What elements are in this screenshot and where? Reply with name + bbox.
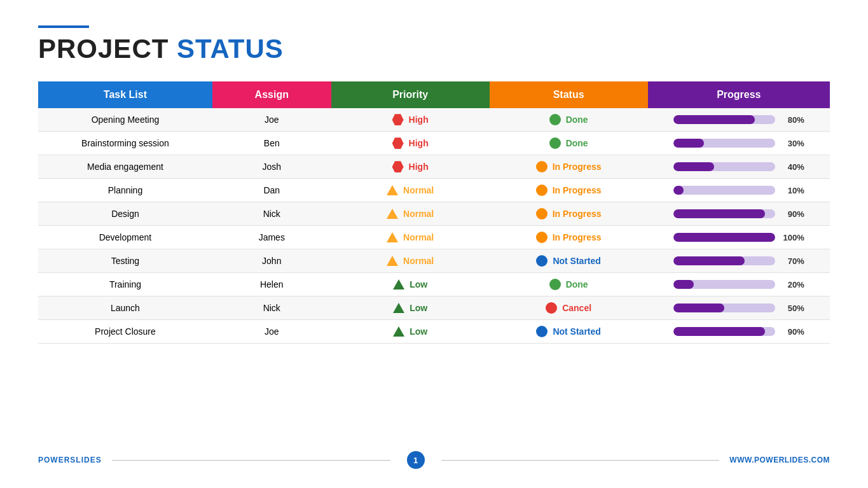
progress-bar-bg — [673, 280, 775, 289]
progress-percent: 80% — [780, 115, 804, 125]
cell-assign: Nick — [212, 202, 331, 226]
cell-task: Opening Meeting — [38, 108, 212, 132]
cell-status: In Progress — [490, 226, 648, 249]
cell-task: Brainstorming session — [38, 132, 212, 155]
circle-orange-icon — [536, 232, 548, 243]
footer-brand-part1: POWER — [38, 456, 70, 464]
circle-red-icon — [546, 302, 557, 314]
cell-task: Development — [38, 226, 212, 249]
progress-bar-bg — [673, 303, 775, 312]
cell-progress: 20% — [648, 273, 830, 296]
cell-progress: 30% — [648, 132, 830, 155]
priority-label: Low — [410, 303, 427, 313]
cell-priority: Normal — [331, 226, 490, 249]
col-header-assign: Assign — [212, 81, 331, 108]
circle-green-icon — [549, 114, 561, 125]
table-row: PlanningDanNormalIn Progress10% — [38, 179, 830, 202]
priority-label: High — [409, 138, 429, 148]
cell-progress: 70% — [648, 249, 830, 273]
slide: PROJECT STATUS Task List Assign Priority… — [0, 0, 868, 488]
status-label: Done — [566, 115, 588, 125]
col-header-progress: Progress — [648, 81, 830, 108]
cell-priority: Low — [331, 320, 490, 344]
triangle-green-icon — [393, 279, 404, 289]
progress-bar-fill — [673, 162, 714, 171]
circle-orange-icon — [536, 161, 548, 172]
progress-bar-bg — [673, 233, 775, 242]
footer-page-number: 1 — [407, 451, 425, 469]
progress-bar-bg — [673, 139, 775, 148]
table-container: Task List Assign Priority Status Progres… — [38, 81, 830, 442]
status-label: In Progress — [553, 185, 602, 195]
cell-task: Project Closure — [38, 320, 212, 344]
priority-label: Low — [410, 279, 427, 289]
status-label: In Progress — [553, 232, 602, 242]
circle-blue-icon — [536, 255, 548, 267]
cell-assign: Joe — [212, 108, 331, 132]
footer: POWERSLIDES 1 WWW.POWERLIDES.COM — [38, 451, 830, 469]
triangle-orange-icon — [387, 209, 398, 219]
cell-assign: Nick — [212, 296, 331, 320]
col-header-status: Status — [490, 81, 648, 108]
progress-bar-fill — [673, 186, 684, 195]
progress-bar-fill — [673, 256, 745, 265]
table-row: DesignNickNormalIn Progress90% — [38, 202, 830, 226]
cell-assign: Ben — [212, 132, 331, 155]
cell-status: In Progress — [490, 155, 648, 179]
cell-priority: Low — [331, 273, 490, 296]
progress-bar-fill — [673, 233, 775, 242]
cell-assign: John — [212, 249, 331, 273]
cell-status: Done — [490, 132, 648, 155]
triangle-green-icon — [393, 326, 404, 337]
cell-assign: James — [212, 226, 331, 249]
footer-line-left — [112, 460, 390, 461]
table-row: Media engagementJoshHighIn Progress40% — [38, 155, 830, 179]
page-title: PROJECT STATUS — [38, 34, 830, 64]
table-row: TrainingHelenLowDone20% — [38, 273, 830, 296]
priority-label: Low — [410, 326, 427, 337]
progress-percent: 10% — [780, 186, 804, 195]
table-row: LaunchNickLowCancel50% — [38, 296, 830, 320]
priority-label: Normal — [403, 232, 434, 242]
cell-priority: Normal — [331, 202, 490, 226]
project-status-table: Task List Assign Priority Status Progres… — [38, 81, 830, 344]
circle-green-icon — [549, 279, 561, 290]
cell-progress: 100% — [648, 226, 830, 249]
cell-status: Cancel — [490, 296, 648, 320]
circle-orange-icon — [536, 208, 548, 220]
cell-progress: 10% — [648, 179, 830, 202]
progress-bar-fill — [673, 209, 765, 218]
hex-icon — [392, 137, 404, 149]
progress-bar-fill — [673, 139, 704, 148]
status-label: In Progress — [553, 209, 602, 219]
header-accent-bar — [38, 25, 89, 28]
circle-blue-icon — [536, 326, 548, 337]
progress-percent: 90% — [780, 327, 804, 337]
title-part1: PROJECT — [38, 34, 177, 64]
circle-green-icon — [549, 137, 561, 149]
table-row: Opening MeetingJoeHighDone80% — [38, 108, 830, 132]
priority-label: Normal — [403, 256, 434, 266]
col-header-priority: Priority — [331, 81, 490, 108]
progress-bar-bg — [673, 209, 775, 218]
cell-task: Design — [38, 202, 212, 226]
cell-priority: Low — [331, 296, 490, 320]
table-row: Project ClosureJoeLowNot Started90% — [38, 320, 830, 344]
table-header: Task List Assign Priority Status Progres… — [38, 81, 830, 108]
triangle-orange-icon — [387, 232, 398, 242]
progress-bar-bg — [673, 327, 775, 336]
cell-priority: Normal — [331, 179, 490, 202]
status-label: Done — [566, 279, 588, 289]
cell-progress: 90% — [648, 320, 830, 344]
progress-percent: 50% — [780, 303, 804, 313]
table-body: Opening MeetingJoeHighDone80%Brainstormi… — [38, 108, 830, 344]
progress-bar-fill — [673, 115, 755, 124]
table-row: TestingJohnNormalNot Started70% — [38, 249, 830, 273]
cell-progress: 40% — [648, 155, 830, 179]
title-part2: STATUS — [177, 34, 284, 64]
progress-bar-fill — [673, 280, 694, 289]
cell-assign: Dan — [212, 179, 331, 202]
table-row: DevelopmentJamesNormalIn Progress100% — [38, 226, 830, 249]
priority-label: High — [409, 162, 429, 172]
cell-assign: Joe — [212, 320, 331, 344]
